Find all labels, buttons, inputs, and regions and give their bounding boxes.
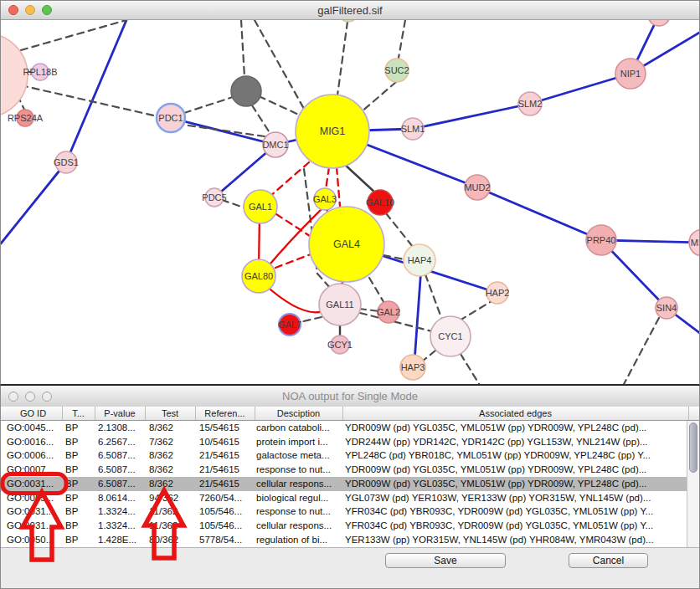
node-nip1[interactable]: NIP1 xyxy=(615,59,646,89)
cell-edges: YGL073W (pd) YER103W, YER133W (pp) YOR31… xyxy=(345,491,688,505)
node-prp40[interactable]: PRP40 xyxy=(586,225,616,255)
node-mud2[interactable]: MUD2 xyxy=(464,175,490,200)
table-row-selected[interactable]: GO:0031...BP6.5087...8/36221/54615cellul… xyxy=(1,477,688,491)
node-slm1[interactable]: SLM1 xyxy=(401,118,425,140)
node-mig1[interactable]: MIG1 xyxy=(296,95,369,168)
cell-edges: YPL248C (pd) YBR018C, YML051W (pp) YDR00… xyxy=(345,448,688,463)
node-rps24a[interactable]: RPS24A xyxy=(8,110,44,126)
node-label: RPS24A xyxy=(8,113,44,123)
table-row[interactable]: GO:0031...BP1.3324...11/362105/546...res… xyxy=(1,504,688,519)
node-pdc1[interactable]: PDC1 xyxy=(157,104,185,132)
scrollbar-thumb[interactable] xyxy=(689,423,697,473)
cancel-button[interactable]: Cancel xyxy=(569,553,648,568)
node-gcy1[interactable]: GCY1 xyxy=(327,335,353,354)
node-dmc1[interactable]: DMC1 xyxy=(262,132,288,157)
node-gal7[interactable]: GAL7 xyxy=(278,314,301,335)
cell-p_value: 2.1308... xyxy=(98,421,145,435)
node-gal4[interactable]: GAL4 xyxy=(309,207,384,282)
cell-reference: 7260/54... xyxy=(199,491,255,505)
node-pink-top-right[interactable] xyxy=(648,20,670,26)
node-slm2[interactable]: SLM2 xyxy=(518,92,543,115)
cell-description: cellular respons... xyxy=(256,519,342,533)
node-msl5[interactable]: MSL5 xyxy=(689,229,700,256)
node-gal1[interactable]: GAL1 xyxy=(244,190,277,223)
edge-dash xyxy=(259,96,301,115)
cell-test: 11/362 xyxy=(149,519,195,533)
noa-window-title: NOA output for Single Mode xyxy=(1,386,699,407)
edge-red-dash xyxy=(275,254,311,268)
cell-test: 8/362 xyxy=(149,448,195,463)
node-gds1[interactable]: GDS1 xyxy=(54,151,79,173)
node-suc2[interactable]: SUC2 xyxy=(384,59,409,82)
graph-window-titlebar: galFiltered.sif xyxy=(1,1,699,20)
cell-p_value: 6.5087... xyxy=(98,463,145,477)
cell-reference: 10/54615 xyxy=(199,435,255,449)
column-header-edges[interactable]: Associated edges xyxy=(342,407,689,420)
column-header-description[interactable]: Desciption xyxy=(255,407,343,420)
table-row[interactable]: GO:0050...BP1.428E...80/3625778/54...reg… xyxy=(1,533,688,547)
node-label: CYC1 xyxy=(438,331,462,341)
cell-edges: YDR009W (pd) YGL035C, YML051W (pp) YDR00… xyxy=(345,421,688,435)
node-label: GAL11 xyxy=(326,300,353,310)
edge-dash xyxy=(21,85,157,116)
node-gal3[interactable]: GAL3 xyxy=(313,188,337,210)
cell-description: protein import i... xyxy=(256,435,342,449)
cell-reference: 21/54615 xyxy=(199,463,255,477)
cell-p_value: 8.0614... xyxy=(98,491,145,505)
node-label: GAL80 xyxy=(244,271,273,281)
edge-dash xyxy=(386,213,413,247)
edge-dash xyxy=(255,20,304,109)
node-hap2[interactable]: HAP2 xyxy=(486,282,510,304)
cell-type: BP xyxy=(65,435,95,449)
cell-test: 80/362 xyxy=(149,533,195,547)
node-hap4[interactable]: HAP4 xyxy=(404,244,435,276)
edge-red-dash xyxy=(337,167,340,206)
cell-description: cellular respons... xyxy=(256,477,342,491)
column-header-go_id[interactable]: GO ID xyxy=(4,407,63,420)
edge-blue xyxy=(1,162,66,243)
cell-edges: YDR009W (pd) YGL035C, YML051W (pp) YDR00… xyxy=(345,477,688,491)
node-cyc1[interactable]: CYC1 xyxy=(430,316,471,356)
node-green-top[interactable] xyxy=(338,20,358,22)
node-gal10[interactable]: GAL10 xyxy=(366,190,394,215)
save-button[interactable]: Save xyxy=(385,553,506,568)
edge-dash xyxy=(460,301,492,320)
edge-blue xyxy=(414,268,421,361)
cell-reference: 21/54615 xyxy=(199,477,255,491)
table-row[interactable]: GO:0031...BP1.3324...11/362105/546...cel… xyxy=(1,519,688,533)
cell-test: 8/362 xyxy=(149,421,195,435)
node-label: PDC1 xyxy=(158,113,183,123)
vertical-scrollbar[interactable] xyxy=(687,421,699,547)
edge-dash xyxy=(425,274,443,322)
cell-description: biological regul... xyxy=(256,491,342,505)
node-sin4[interactable]: SIN4 xyxy=(656,297,677,319)
edge-dash xyxy=(461,354,481,386)
node-gal80[interactable]: GAL80 xyxy=(242,259,275,293)
table-row[interactable]: GO:0045...BP2.1308...8/36215/54615carbon… xyxy=(1,421,688,435)
table-row[interactable]: GO:0006...BP6.5087...8/36221/54615galact… xyxy=(1,448,688,463)
cell-go_id: GO:0045... xyxy=(7,421,62,435)
table-row[interactable]: GO:0007...BP6.5087...8/36221/54615respon… xyxy=(1,463,688,477)
node-gray-unlabeled[interactable] xyxy=(231,76,261,106)
cell-reference: 105/546... xyxy=(199,519,255,533)
column-header-test[interactable]: Test xyxy=(145,407,196,420)
column-header-p_value[interactable]: P-value xyxy=(95,407,146,420)
network-canvas[interactable]: RPL18BRPS24AGDS1PDC1DMC1MIG1SUC2SLM1SLM2… xyxy=(1,20,700,386)
node-gal2[interactable]: GAL2 xyxy=(377,301,400,323)
node-hap3[interactable]: HAP3 xyxy=(400,355,425,380)
column-header-type[interactable]: T... xyxy=(62,407,95,420)
cell-reference: 105/546... xyxy=(199,504,255,519)
node-label: HAP2 xyxy=(486,288,510,298)
edge-dark xyxy=(344,164,377,194)
table-row[interactable]: GO:0016...BP6.2567...7/36210/54615protei… xyxy=(1,435,688,449)
graph-window: galFiltered.sif RPL18BRPS24AGDS1PDC1DMC1… xyxy=(0,0,700,386)
cell-reference: 15/54615 xyxy=(199,421,255,435)
cell-p_value: 6.5087... xyxy=(98,477,145,491)
results-table: GO:0045...BP2.1308...8/36215/54615carbon… xyxy=(1,421,688,547)
node-gal11[interactable]: GAL11 xyxy=(319,284,361,325)
table-row[interactable]: GO:0065...BP8.0614...94/3627260/54...bio… xyxy=(1,491,688,505)
node-label: SLM1 xyxy=(401,124,425,134)
cell-go_id: GO:0006... xyxy=(7,448,62,463)
cell-go_id: GO:0031... xyxy=(7,519,62,533)
column-header-reference[interactable]: Referen... xyxy=(195,407,255,420)
